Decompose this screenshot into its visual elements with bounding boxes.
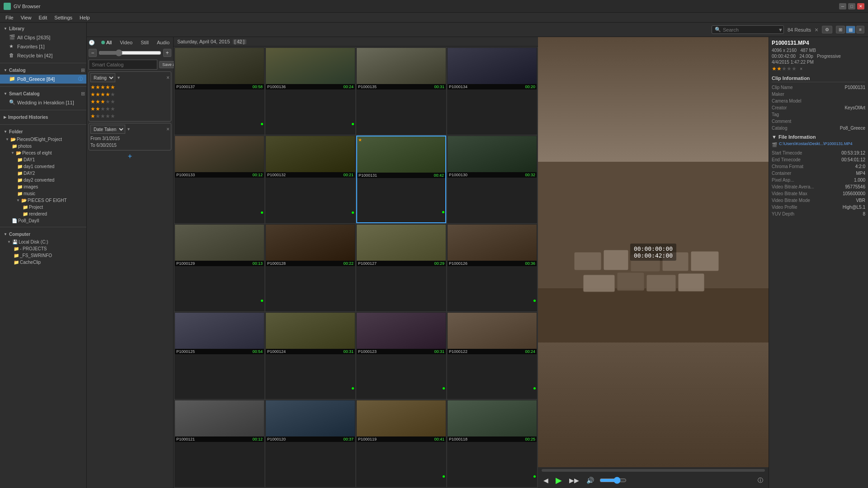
- menu-edit[interactable]: Edit: [35, 14, 51, 21]
- thumb-P1000133[interactable]: P1000133 00:12: [175, 136, 264, 224]
- close-button[interactable]: ✕: [857, 3, 864, 9]
- smart-catalog-header[interactable]: ▼ Smart Catalog: [0, 89, 80, 98]
- minimize-button[interactable]: ─: [839, 3, 846, 9]
- filter-tab-all[interactable]: All: [98, 39, 115, 46]
- thumb-P1000128[interactable]: P1000128 00:22: [265, 224, 355, 311]
- folder-po8-dayii[interactable]: 📄 Po8_DayII: [0, 217, 86, 224]
- stars-3[interactable]: ★★★★★: [90, 98, 170, 105]
- smart-catalog-input[interactable]: [89, 60, 157, 70]
- thumb-P1000131[interactable]: ★ P1000131 00:42: [356, 136, 446, 224]
- folder-day2-converted[interactable]: 📁 day2 converted: [0, 177, 86, 183]
- folder-images[interactable]: 📁 images: [0, 183, 86, 190]
- thumb-P1000120[interactable]: P1000120 00:37: [265, 400, 355, 487]
- yuv-value: 8: [863, 211, 865, 216]
- stars-4[interactable]: ★★★★★: [90, 91, 170, 98]
- settings-btn[interactable]: ⚙: [822, 26, 832, 33]
- thumb-P1000119[interactable]: P1000119 00:41: [356, 400, 446, 487]
- folder-projects[interactable]: 📁 - PROJECTS: [0, 245, 86, 252]
- search-icon: 🔍: [715, 27, 721, 33]
- vbr-mode-label: Video Bitrate Mode: [772, 198, 810, 203]
- play-btn[interactable]: ▶: [554, 474, 564, 486]
- view-list-btn[interactable]: ≡: [856, 26, 864, 33]
- thumb-P1000118[interactable]: P1000118 00:25: [447, 400, 537, 487]
- thumb-P1000126[interactable]: P1000126 00:36: [447, 224, 537, 311]
- folder-localdisk[interactable]: ▼ 💾 Local Disk (C:): [0, 239, 86, 245]
- stars-2[interactable]: ★★★★★: [90, 105, 170, 113]
- folder-poe-caps[interactable]: ▼ 📂 PIECES OF EIGHT: [0, 197, 86, 204]
- thumb-P1000130[interactable]: P1000130 00:32: [447, 136, 537, 224]
- folder-swrinfo[interactable]: 📁 _FS_SWRINFO: [0, 252, 86, 259]
- rewind-btn[interactable]: ◀: [542, 476, 550, 485]
- menu-file[interactable]: File: [2, 14, 17, 21]
- search-input[interactable]: [723, 27, 777, 33]
- volume-slider[interactable]: [599, 477, 627, 484]
- filter-tab-still[interactable]: Still: [137, 39, 152, 46]
- rating-select[interactable]: Rating: [90, 73, 115, 82]
- library-header[interactable]: ▼ Library: [0, 24, 86, 33]
- catalog-header[interactable]: ▼ Catalog: [0, 66, 80, 75]
- forward-btn[interactable]: ▶▶: [567, 476, 581, 485]
- view-medium-btn[interactable]: ▦: [846, 26, 855, 33]
- progress-bar[interactable]: [542, 469, 765, 472]
- folder-project[interactable]: 📁 Project: [0, 204, 86, 211]
- folder-pieces-of-eight[interactable]: ▼ 📂 Pieces of eight: [0, 150, 86, 156]
- sidebar-item-po8greece[interactable]: 📁 Po8_Greece [84] ⓘ: [0, 75, 86, 84]
- menu-view[interactable]: View: [17, 14, 35, 21]
- sidebar-item-wedding[interactable]: 🔍 Wedding in Heraklion [11]: [0, 98, 86, 107]
- date-select[interactable]: Date Taken: [90, 125, 125, 134]
- folder-header[interactable]: ▼ Folder: [0, 127, 86, 136]
- thumb-P1000136[interactable]: P1000136 00:24: [265, 47, 355, 135]
- zoom-in-btn[interactable]: +: [163, 49, 171, 57]
- zoom-slider[interactable]: [99, 49, 161, 56]
- filter-tab-audio[interactable]: Audio: [153, 39, 173, 46]
- imported-header[interactable]: ▶ Imported Histories: [0, 113, 86, 122]
- menu-settings[interactable]: Settings: [51, 14, 76, 21]
- thumb-P1000121[interactable]: P1000121 00:12: [175, 400, 264, 487]
- zoom-out-btn[interactable]: −: [89, 49, 97, 57]
- thumb-P1000123[interactable]: P1000123 00:31: [356, 312, 446, 399]
- thumb-P1000135[interactable]: P1000135 00:31: [356, 47, 446, 135]
- search-dropdown[interactable]: ▼: [778, 27, 783, 33]
- thumb-P1000127[interactable]: P1000127 00:29: [356, 224, 446, 311]
- info-stars[interactable]: ★★★★★ ×: [772, 66, 865, 72]
- clear-results-btn[interactable]: ×: [815, 26, 818, 33]
- rating-filter-close[interactable]: ×: [166, 75, 170, 81]
- folder-day2[interactable]: 📁 DAY2: [0, 170, 86, 177]
- thumb-P1000122[interactable]: P1000122 00:24: [447, 312, 537, 399]
- thumb-P1000125[interactable]: P1000125 00:54: [175, 312, 264, 399]
- view-grid-btn[interactable]: ⊞: [836, 26, 845, 33]
- info-overlay-btn[interactable]: ⓘ: [756, 476, 765, 485]
- thumb-P1000134[interactable]: P1000134 00:20: [447, 47, 537, 135]
- folder-rendered[interactable]: 📁 rendered: [0, 211, 86, 217]
- thumb-P1000129[interactable]: P1000129 00:13: [175, 224, 264, 311]
- clear-stars-btn[interactable]: ×: [800, 66, 802, 71]
- folder-music[interactable]: 📁 music: [0, 190, 86, 197]
- stars-1[interactable]: ★★★★★: [90, 113, 170, 120]
- folder-cacheclip[interactable]: 📁 CacheClip: [0, 259, 86, 266]
- transport-row: ◀ ▶ ▶▶ 🔊 ⓘ: [542, 474, 765, 486]
- smart-catalog-add-btn[interactable]: ⊞: [80, 90, 86, 97]
- add-filter-btn[interactable]: +: [89, 152, 171, 160]
- folder-day1-converted[interactable]: 📁 day1 converted: [0, 163, 86, 170]
- info-icon[interactable]: ⓘ: [78, 76, 83, 82]
- sidebar-item-favorites[interactable]: ★ Favorites [1]: [0, 42, 86, 51]
- folder-poe-project[interactable]: ▼ 📂 PiecesOfEight_Project: [0, 136, 86, 143]
- thumb-P1000137[interactable]: P1000137 00:58: [175, 47, 264, 135]
- thumb-P1000132[interactable]: P1000132 00:21: [265, 136, 355, 224]
- folder-photos[interactable]: 📁 photos: [0, 143, 86, 150]
- file-info-header[interactable]: ▼ File Information: [772, 134, 865, 140]
- computer-header[interactable]: ▼ Computer: [0, 230, 86, 239]
- maximize-button[interactable]: □: [848, 3, 855, 9]
- sidebar-item-recyclebin[interactable]: 🗑 Recycle bin [42]: [0, 51, 86, 60]
- row-vbr-avg: Video Bitrate Avera... 95775546: [772, 183, 865, 190]
- date-filter-close[interactable]: ×: [166, 126, 170, 132]
- folder-day1[interactable]: 📁 DAY1: [0, 156, 86, 163]
- filter-tab-video[interactable]: Video: [116, 39, 136, 46]
- stars-5[interactable]: ★★★★★: [90, 84, 170, 91]
- catalog-new-btn[interactable]: ⊞: [80, 67, 86, 74]
- sidebar-item-allclips[interactable]: 🎬 All Clips [2635]: [0, 33, 86, 42]
- mute-btn[interactable]: 🔊: [585, 476, 596, 485]
- thumb-P1000124[interactable]: P1000124 00:31: [265, 312, 355, 399]
- menu-help[interactable]: Help: [76, 14, 94, 21]
- clock-icon[interactable]: 🕐: [89, 40, 95, 46]
